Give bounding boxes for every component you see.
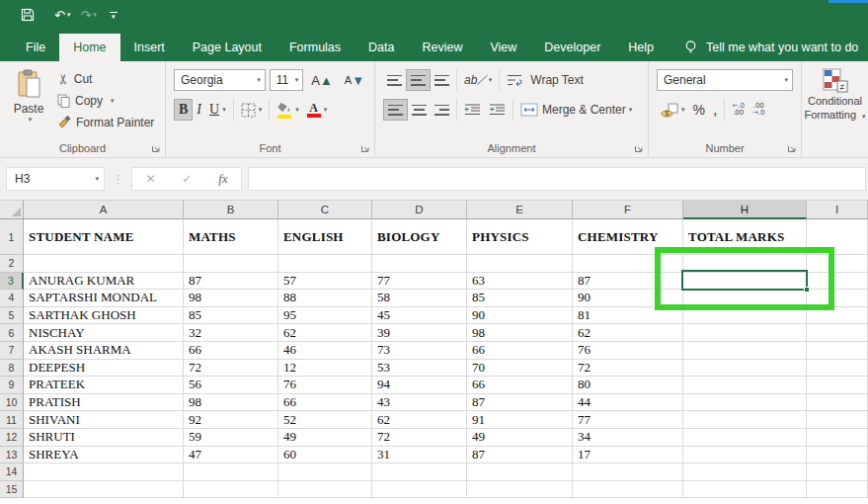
tab-formulas[interactable]: Formulas <box>276 34 355 61</box>
cell-H11[interactable] <box>683 411 807 429</box>
cell-C2[interactable] <box>278 255 372 273</box>
format-painter-button[interactable]: Format Painter <box>57 113 154 131</box>
increase-indent-button[interactable] <box>485 99 510 121</box>
cell-E9[interactable]: 66 <box>467 377 573 394</box>
cell-E5[interactable]: 90 <box>467 307 573 325</box>
cell-H13[interactable] <box>683 447 807 464</box>
cell-F9[interactable]: 80 <box>573 377 683 394</box>
cell-A8[interactable]: DEEPESH <box>24 360 184 378</box>
cell-D15[interactable] <box>372 481 467 499</box>
cell-A11[interactable]: SHIVANI <box>24 411 184 429</box>
cell-E7[interactable]: 66 <box>467 342 573 360</box>
cell-A2[interactable] <box>24 255 184 273</box>
cell-B10[interactable]: 98 <box>184 394 278 412</box>
bottom-align-button[interactable] <box>431 69 453 91</box>
cut-button[interactable]: ✂ Cut <box>57 69 154 88</box>
cell-E1[interactable]: PHYSICS <box>467 219 573 255</box>
align-center-button[interactable] <box>408 99 431 121</box>
cell-D3[interactable]: 77 <box>372 273 467 291</box>
cell-B2[interactable] <box>184 255 278 273</box>
number-format-combo[interactable]: General ▾ <box>657 69 793 91</box>
copy-button[interactable]: Copy ▾ <box>57 91 154 110</box>
cell-I9[interactable] <box>807 377 868 394</box>
conditional-formatting-button[interactable]: ≠ Conditional Formatting ▾ <box>804 68 865 124</box>
cell-C11[interactable]: 52 <box>278 411 372 429</box>
cell-C9[interactable]: 76 <box>278 377 372 394</box>
cell-B5[interactable]: 85 <box>184 307 278 325</box>
tab-home[interactable]: Home <box>59 34 119 61</box>
cell-D4[interactable]: 58 <box>372 290 467 307</box>
row-header-14[interactable]: 14 <box>0 463 24 481</box>
cell-H7[interactable] <box>683 342 807 360</box>
cell-B4[interactable]: 98 <box>184 290 278 307</box>
formula-input[interactable] <box>248 167 866 191</box>
select-all-corner[interactable] <box>0 201 24 219</box>
cell-C4[interactable]: 88 <box>278 290 372 307</box>
cell-D6[interactable]: 39 <box>372 324 467 342</box>
increase-font-size-button[interactable]: A▲ <box>307 69 337 91</box>
merge-center-button[interactable]: Merge & Center ▾ <box>516 99 636 121</box>
cell-E4[interactable]: 85 <box>467 290 573 307</box>
wrap-text-button[interactable] <box>503 69 526 91</box>
cell-E6[interactable]: 98 <box>467 324 573 342</box>
italic-button[interactable]: I <box>193 99 205 121</box>
cell-B11[interactable]: 92 <box>184 411 278 429</box>
clipboard-dialog-launcher[interactable] <box>151 143 161 153</box>
align-left-button[interactable] <box>383 99 408 121</box>
row-header-3[interactable]: 3 <box>0 273 24 291</box>
cell-B14[interactable] <box>184 463 278 481</box>
tab-page-layout[interactable]: Page Layout <box>179 34 276 61</box>
cell-A7[interactable]: AKASH SHARMA <box>24 342 184 360</box>
tell-me-box[interactable]: Tell me what you want to do <box>683 34 858 61</box>
cell-F14[interactable] <box>573 463 683 481</box>
cell-A4[interactable]: SAPTARSHI MONDAL <box>24 290 184 307</box>
cell-I10[interactable] <box>807 394 868 412</box>
column-header-D[interactable]: D <box>372 201 467 219</box>
borders-button[interactable]: ▾ <box>237 99 267 121</box>
row-header-13[interactable]: 13 <box>0 447 24 464</box>
cell-E15[interactable] <box>467 481 573 499</box>
cell-I15[interactable] <box>807 481 868 499</box>
cell-C5[interactable]: 95 <box>278 307 372 325</box>
row-header-9[interactable]: 9 <box>0 377 24 394</box>
undo-button[interactable]: ↶▾ <box>51 6 73 25</box>
cell-C6[interactable]: 62 <box>278 324 372 342</box>
accounting-format-button[interactable]: $ ▾ <box>657 99 689 121</box>
customize-quick-access-button[interactable]: ▾ <box>110 12 118 19</box>
cell-H6[interactable] <box>683 324 807 342</box>
cell-H9[interactable] <box>683 377 807 394</box>
cell-F8[interactable]: 72 <box>573 360 683 378</box>
row-header-5[interactable]: 5 <box>0 307 24 325</box>
cell-I7[interactable] <box>807 342 868 360</box>
cell-I12[interactable] <box>807 429 868 447</box>
cell-I8[interactable] <box>807 360 868 378</box>
fill-color-button[interactable]: ▾ <box>273 99 303 121</box>
cell-C15[interactable] <box>278 481 372 499</box>
font-name-combo[interactable]: Georgia ▾ <box>174 69 266 91</box>
cell-F11[interactable]: 77 <box>573 411 683 429</box>
cell-B8[interactable]: 72 <box>184 360 278 378</box>
cell-E8[interactable]: 70 <box>467 360 573 378</box>
number-dialog-launcher[interactable] <box>787 143 797 153</box>
cell-B12[interactable]: 59 <box>184 429 278 447</box>
decrease-decimal-button[interactable]: ←.0.00 <box>728 99 749 121</box>
cell-B9[interactable]: 56 <box>184 377 278 394</box>
column-header-E[interactable]: E <box>467 201 573 219</box>
column-header-C[interactable]: C <box>278 201 372 219</box>
tab-review[interactable]: Review <box>408 34 476 61</box>
cell-D10[interactable]: 43 <box>372 394 467 412</box>
decrease-indent-button[interactable] <box>460 99 485 121</box>
cell-B1[interactable]: MATHS <box>184 219 278 255</box>
save-button[interactable] <box>18 6 38 24</box>
row-header-11[interactable]: 11 <box>0 411 24 429</box>
name-box[interactable]: H3 ▾ <box>6 167 105 191</box>
insert-function-button[interactable]: fx <box>218 171 227 187</box>
cell-A3[interactable]: ANURAG KUMAR <box>24 273 184 291</box>
font-size-combo[interactable]: 11 ▾ <box>270 69 304 91</box>
row-header-7[interactable]: 7 <box>0 342 24 360</box>
row-header-4[interactable]: 4 <box>0 290 24 307</box>
cell-F6[interactable]: 62 <box>573 324 683 342</box>
cell-H12[interactable] <box>683 429 807 447</box>
cell-C14[interactable] <box>278 463 372 481</box>
column-header-F[interactable]: F <box>573 201 683 219</box>
